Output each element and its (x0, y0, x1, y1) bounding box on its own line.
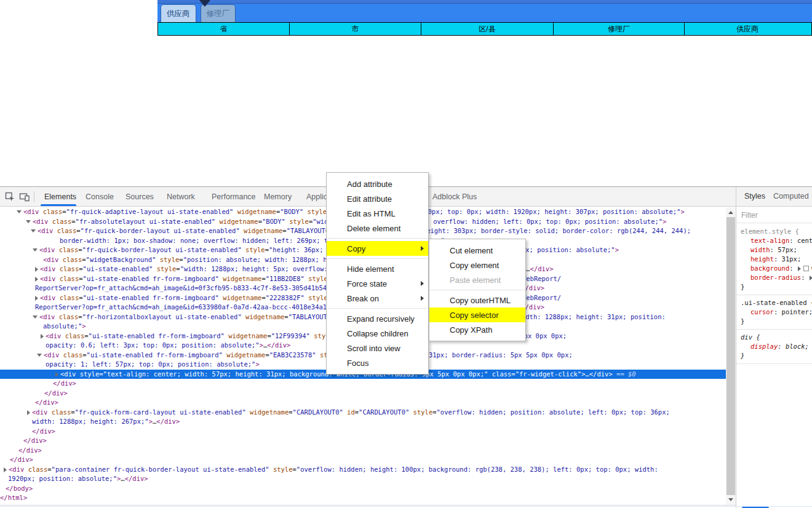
collapse-arrow-icon[interactable] (33, 316, 38, 319)
code-row[interactable]: </div> (0, 436, 726, 446)
code-row[interactable]: </div> (0, 455, 726, 465)
collapse-arrow-icon[interactable] (33, 248, 38, 252)
context-menu-item-collapse-children[interactable]: Collapse children (327, 326, 428, 341)
code-row[interactable]: </body> (0, 484, 726, 494)
expand-arrow-icon[interactable] (27, 410, 30, 415)
style-property[interactable]: border-radius: 5px 5px 0px 0px; (741, 273, 812, 282)
code-row[interactable]: width: 1288px; height: 267px;">…</div> (0, 417, 726, 427)
expand-arrow-icon[interactable] (35, 277, 38, 282)
copy-submenu-item-copy-outerhtml[interactable]: Copy outerHTML (429, 293, 525, 308)
scrollbar-thumb[interactable] (726, 217, 735, 495)
context-menu-item-force-state[interactable]: Force state (327, 276, 428, 291)
devtools-tab-network[interactable]: Network (167, 187, 195, 206)
copy-submenu: Cut elementCopy elementPaste elementCopy… (429, 239, 526, 341)
page-tab-repair-shop[interactable]: 修理厂 (201, 4, 236, 22)
devtools-tab-performance[interactable]: Performance (212, 187, 256, 206)
style-rule-close: } (741, 282, 812, 292)
context-menu-item-hide-element[interactable]: Hide element (327, 261, 428, 276)
styles-filter-input[interactable]: Filter (736, 207, 812, 223)
devtools-tab-sources[interactable]: Sources (125, 187, 154, 206)
window-bottom-edge (0, 506, 812, 507)
active-tab-underline (41, 204, 76, 206)
report-tab-band: 供应商修理厂 (157, 0, 812, 22)
screen: { "page": { "tabs": [ {"label": "供应商", "… (0, 0, 812, 508)
style-rule: element.style {text-align: center;width:… (736, 224, 812, 295)
style-property[interactable]: cursor: pointer; (741, 308, 812, 317)
style-property[interactable]: background: white; (741, 264, 812, 273)
scroll-down-icon[interactable] (728, 498, 733, 501)
code-row[interactable]: </div> (0, 427, 726, 437)
copy-submenu-item-paste-element: Paste element (429, 272, 525, 287)
expand-shorthand-icon[interactable] (798, 266, 801, 271)
collapse-arrow-icon[interactable] (17, 210, 22, 213)
style-property[interactable]: text-align: center; (741, 236, 812, 245)
collapse-arrow-icon[interactable] (26, 220, 31, 223)
pointer-marker-icon (199, 0, 210, 7)
style-rule-selector: .ui-state-enabled { (741, 298, 812, 308)
scroll-up-icon[interactable] (728, 211, 733, 214)
copy-submenu-item-copy-selector[interactable]: Copy selector (429, 308, 525, 322)
code-row[interactable]: </div> (0, 389, 726, 399)
style-property[interactable]: width: 57px; (741, 245, 812, 255)
submenu-arrow-icon (421, 281, 424, 286)
context-menu-item-copy[interactable]: Copy (327, 241, 428, 256)
page-tab-supplier[interactable]: 供应商 (161, 4, 196, 22)
sidebar-tab-styles[interactable]: Styles (744, 187, 765, 206)
context-menu-item-add-attribute[interactable]: Add attribute (327, 177, 428, 191)
context-menu-item-edit-as-html[interactable]: Edit as HTML (327, 206, 428, 221)
expand-arrow-icon[interactable] (55, 372, 58, 377)
elements-bottom-border (0, 505, 736, 506)
copy-submenu-item-cut-element[interactable]: Cut element (429, 243, 525, 258)
devtools-tab-memory[interactable]: Memory (264, 187, 292, 206)
style-rule: .ui-state-enabled {cursor: pointer;} (736, 295, 812, 330)
collapse-arrow-icon[interactable] (37, 354, 42, 357)
code-row[interactable]: </div> (0, 446, 726, 456)
copy-submenu-item-copy-xpath[interactable]: Copy XPath (429, 322, 525, 337)
styles-sections: element.style {text-align: center;width:… (736, 224, 812, 508)
table-header-cell: 市 (290, 23, 421, 35)
context-menu-item-expand-recursively[interactable]: Expand recursively (327, 311, 428, 326)
context-menu-item-edit-attribute[interactable]: Edit attribute (327, 191, 428, 206)
code-row[interactable]: 1920px; position: absolute;">…</div> (0, 474, 726, 484)
expand-arrow-icon[interactable] (4, 467, 7, 472)
style-rule-close: } (741, 351, 812, 360)
expand-arrow-icon[interactable] (35, 296, 38, 301)
style-rule-close: } (741, 317, 812, 326)
table-header-cell: 供应商 (685, 23, 810, 35)
band-divider (157, 3, 812, 4)
devtools-tab-console[interactable]: Console (86, 187, 114, 206)
menu-separator (327, 258, 428, 259)
copy-submenu-item-copy-element[interactable]: Copy element (429, 258, 525, 272)
devtools-tab-elements[interactable]: Elements (44, 187, 76, 206)
devtools-tab-adblock-plus[interactable]: Adblock Plus (432, 187, 477, 206)
style-property[interactable]: display: block; (741, 342, 812, 351)
expand-shorthand-icon[interactable] (810, 276, 812, 280)
sidebar-tab-computed[interactable]: Computed (773, 187, 809, 206)
style-property[interactable]: height: 31px; (741, 255, 812, 264)
context-menu-item-break-on[interactable]: Break on (327, 291, 428, 306)
menu-separator (430, 290, 525, 290)
code-row[interactable]: </html> (0, 493, 726, 503)
expand-arrow-icon[interactable] (41, 334, 44, 339)
table-header-cell: 省 (158, 23, 290, 35)
table-header-cell: 修理厂 (554, 23, 685, 35)
code-row[interactable]: <div class="fr-quick-form-card-layout ui… (0, 408, 726, 418)
expand-arrow-icon[interactable] (35, 267, 38, 272)
collapse-arrow-icon[interactable] (31, 229, 36, 232)
context-menu-item-scroll-into-view[interactable]: Scroll into view (327, 341, 428, 355)
code-row[interactable]: </div> (0, 398, 726, 408)
elements-scrollbar[interactable] (726, 207, 736, 505)
context-menu-item-focus[interactable]: Focus (327, 355, 428, 370)
style-rule-selector: element.style { (741, 227, 812, 236)
context-menu: Add attributeEdit attributeEdit as HTMLD… (326, 172, 429, 375)
color-swatch[interactable] (803, 266, 809, 271)
code-row[interactable]: </div> (0, 379, 726, 389)
styles-tabbar: StylesComputed (736, 187, 812, 207)
context-menu-item-delete-element[interactable]: Delete element (327, 221, 428, 236)
page-content: 供应商修理厂 省市区/县修理厂供应商 (0, 0, 812, 186)
page-tabs: 供应商修理厂 (161, 4, 236, 22)
menu-separator (327, 308, 428, 309)
table-header-row: 省市区/县修理厂供应商 (157, 22, 812, 36)
styles-sidebar: StylesComputed Filter element.style {tex… (736, 187, 812, 508)
code-row[interactable]: <div class="para-container fr-quick-bord… (0, 465, 726, 475)
